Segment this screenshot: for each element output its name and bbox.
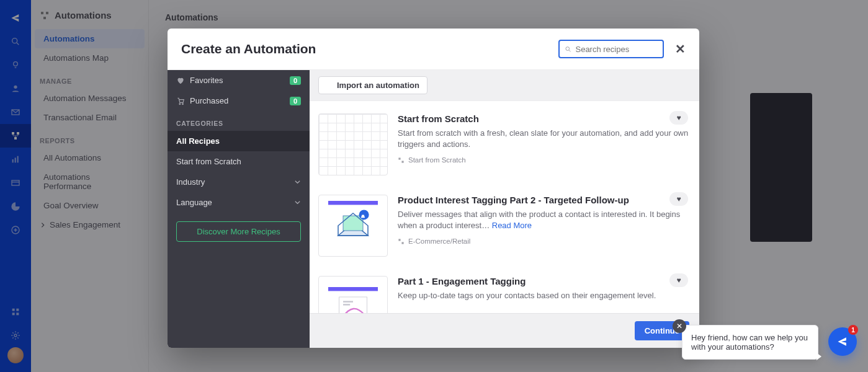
modal-header: Create an Automation ✕: [168, 29, 699, 70]
svg-rect-29: [401, 242, 403, 244]
recipe-title: Start from Scratch: [398, 113, 691, 124]
svg-rect-28: [398, 239, 400, 241]
create-automation-modal: Create an Automation ✕ Favorites 0 Purch…: [168, 29, 699, 348]
svg-point-27: [359, 210, 369, 219]
category-industry[interactable]: Industry: [168, 172, 310, 192]
favorite-button[interactable]: ♥: [669, 192, 688, 206]
svg-point-20: [566, 46, 570, 50]
modal-right-panel: Import an automation Start from Scratch …: [310, 70, 699, 348]
recipe-title: Part 1 - Engagement Tagging: [398, 276, 691, 286]
svg-rect-24: [401, 161, 403, 162]
recipe-desc: Keep up-to-date tags on your contacts ba…: [398, 290, 691, 301]
send-icon: [836, 335, 849, 348]
svg-rect-30: [328, 287, 378, 291]
purchased-row[interactable]: Purchased 0: [168, 91, 310, 111]
svg-point-21: [179, 103, 181, 104]
chat-badge: 1: [848, 325, 858, 335]
search-icon: [565, 45, 571, 53]
chevron-down-icon: [294, 199, 301, 206]
recipe-row[interactable]: Part 1 - Engagement Tagging Keep up-to-d…: [318, 272, 691, 313]
import-automation-button[interactable]: Import an automation: [318, 76, 427, 94]
recipe-row[interactable]: Product Interest Tagging Part 2 - Target…: [318, 191, 691, 272]
cart-icon: [176, 97, 185, 105]
recipe-thumb-grid: [318, 113, 388, 175]
chat-bubble: ✕ Hey friend, how can we help you with y…: [682, 325, 818, 360]
favorites-row[interactable]: Favorites 0: [168, 70, 310, 91]
recipe-desc: Start from scratch with a fresh, clean s…: [398, 128, 691, 150]
category-start-from-scratch[interactable]: Start from Scratch: [168, 151, 310, 172]
chat-close-button[interactable]: ✕: [673, 319, 686, 333]
categories-heading: CATEGORIES: [168, 111, 310, 131]
favorite-button[interactable]: ♥: [669, 273, 688, 287]
recipe-category: E-Commerce/Retail: [398, 237, 691, 245]
svg-rect-33: [343, 304, 350, 305]
recipe-desc: Deliver messages that align with the pro…: [398, 209, 691, 231]
search-recipes-input-wrapper[interactable]: [558, 40, 664, 58]
modal-title: Create an Automation: [181, 42, 316, 56]
recipe-thumb-engage: [318, 276, 388, 313]
search-recipes-input[interactable]: [575, 45, 658, 54]
chat-message: Hey friend, how can we help you with you…: [691, 333, 808, 352]
svg-point-22: [182, 103, 184, 104]
svg-rect-25: [328, 201, 378, 205]
recipe-row[interactable]: Start from Scratch Start from scratch wi…: [318, 110, 691, 191]
svg-rect-23: [398, 157, 400, 159]
favorites-count: 0: [290, 76, 301, 85]
recipe-category: Start from Scratch: [398, 156, 691, 164]
chat-fab-button[interactable]: 1: [828, 327, 857, 356]
recipe-title: Product Interest Tagging Part 2 - Target…: [398, 195, 691, 205]
svg-rect-26: [343, 216, 363, 231]
svg-rect-32: [343, 301, 353, 302]
download-icon: [326, 82, 333, 89]
recipe-thumb-envelope: [318, 195, 388, 257]
flow-icon: [398, 238, 405, 245]
heart-icon: [176, 76, 185, 85]
purchased-count: 0: [290, 97, 301, 105]
category-all-recipes[interactable]: All Recipes: [168, 131, 310, 151]
chevron-down-icon: [294, 179, 301, 185]
category-language[interactable]: Language: [168, 192, 310, 213]
modal-footer: Continue: [310, 313, 699, 348]
modal-left-panel: Favorites 0 Purchased 0 CATEGORIES All R…: [168, 70, 310, 348]
flow-icon: [398, 157, 405, 164]
read-more-link[interactable]: Read More: [492, 221, 532, 230]
close-modal-button[interactable]: ✕: [675, 42, 686, 56]
discover-more-recipes-button[interactable]: Discover More Recipes: [176, 221, 301, 242]
recipe-list[interactable]: Start from Scratch Start from scratch wi…: [310, 100, 699, 313]
favorite-button[interactable]: ♥: [669, 111, 688, 125]
